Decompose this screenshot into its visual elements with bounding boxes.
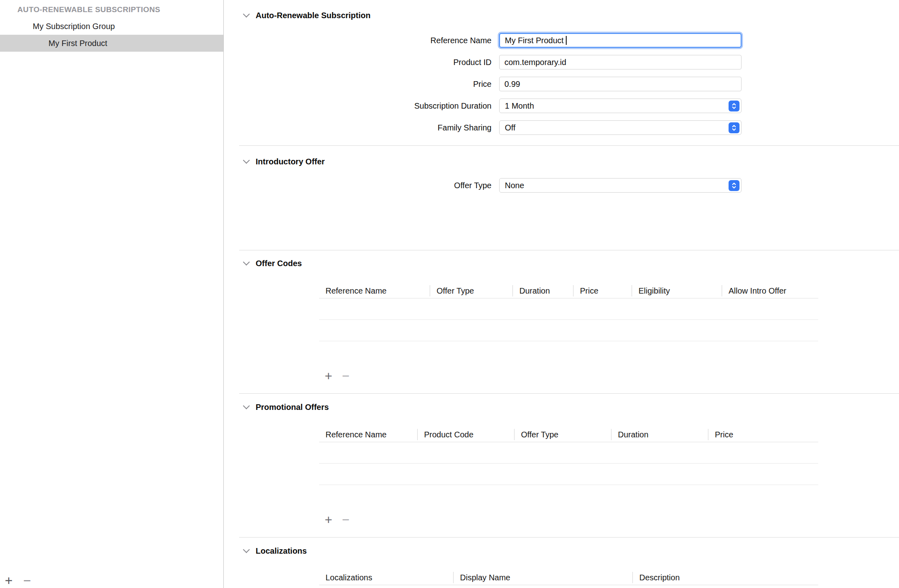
section-divider [239,537,899,538]
sidebar-item-my-first-product[interactable]: My First Product [0,35,223,52]
offer-codes-actions: + − [325,369,899,383]
section-header-introductory-offer[interactable]: Introductory Offer [224,155,899,168]
section-title: Localizations [256,546,307,556]
form-row-product-id: Product ID [224,55,899,69]
chevron-down-icon [243,403,250,410]
promotional-offers-table: Reference Name Product Code Offer Type D… [319,427,818,485]
section-title: Offer Codes [256,259,302,268]
storekit-configuration-window: AUTO-RENEWABLE SUBSCRIPTIONS My Subscrip… [0,0,899,588]
add-product-icon[interactable]: + [5,573,13,588]
popup-selected-value: 1 Month [500,101,534,111]
sidebar: AUTO-RENEWABLE SUBSCRIPTIONS My Subscrip… [0,0,224,588]
section-header-localizations[interactable]: Localizations [224,544,899,557]
introductory-offer-form: Offer Type None [224,178,899,193]
remove-offer-code-icon[interactable]: − [342,369,350,383]
subscription-form: Reference Name Product ID Price S [224,33,899,135]
column-header-reference-name[interactable]: Reference Name [319,285,430,296]
reference-name-input[interactable] [499,33,741,48]
column-header-offer-type[interactable]: Offer Type [430,285,513,296]
column-header-display-name[interactable]: Display Name [453,572,632,583]
table-row-empty [319,442,818,464]
section-header-subscription[interactable]: Auto-Renewable Subscription [224,9,899,22]
chevron-down-icon [243,546,250,553]
table-row-empty [319,320,818,341]
section-divider [239,393,899,394]
popup-chevrons-icon [729,122,739,133]
family-sharing-popup[interactable]: Off [499,120,741,135]
add-promotional-offer-icon[interactable]: + [325,512,332,527]
form-row-family-sharing: Family Sharing Off [224,120,899,135]
sidebar-item-label: My Subscription Group [33,22,115,31]
column-header-price[interactable]: Price [708,429,818,440]
subscription-duration-label: Subscription Duration [224,101,492,111]
section-divider [239,250,899,250]
sidebar-item-subscription-group[interactable]: My Subscription Group [0,18,223,35]
reference-name-label: Reference Name [224,36,492,45]
offer-type-popup[interactable]: None [499,178,741,193]
price-input-wrap [499,77,741,91]
product-id-label: Product ID [224,58,492,67]
section-title: Introductory Offer [256,157,325,166]
text-cursor [566,36,567,45]
price-label: Price [224,80,492,89]
popup-selected-value: None [500,181,524,190]
table-row-empty [319,298,818,320]
table-row-empty [319,464,818,485]
price-input[interactable] [499,77,741,91]
section-title: Promotional Offers [256,403,329,412]
promotional-offers-table-header: Reference Name Product Code Offer Type D… [319,427,818,442]
localizations-table-header: Localizations Display Name Description [319,570,818,585]
sidebar-group-header: AUTO-RENEWABLE SUBSCRIPTIONS [0,2,223,18]
sidebar-item-label: My First Product [48,39,107,48]
form-row-subscription-duration: Subscription Duration 1 Month [224,99,899,113]
localizations-table: Localizations Display Name Description [319,570,818,588]
column-header-product-code[interactable]: Product Code [417,429,514,440]
section-divider [239,145,899,146]
chevron-down-icon [243,157,250,164]
column-header-duration[interactable]: Duration [611,429,708,440]
table-row-empty [319,585,818,588]
remove-promotional-offer-icon[interactable]: − [342,512,350,527]
popup-chevrons-icon [729,101,739,111]
remove-product-icon[interactable]: − [23,573,31,588]
promotional-offers-actions: + − [325,512,899,527]
section-header-offer-codes[interactable]: Offer Codes [224,257,899,270]
column-header-reference-name[interactable]: Reference Name [319,429,417,440]
column-header-price[interactable]: Price [573,285,632,296]
reference-name-input-wrap [499,33,741,48]
offer-type-label: Offer Type [224,181,492,190]
popup-chevrons-icon [729,180,739,191]
column-header-duration[interactable]: Duration [513,285,573,296]
editor-pane: Auto-Renewable Subscription Reference Na… [224,0,899,588]
popup-selected-value: Off [500,123,515,132]
sidebar-actions: + − [5,573,31,588]
form-row-offer-type: Offer Type None [224,178,899,193]
add-offer-code-icon[interactable]: + [325,369,332,383]
form-row-price: Price [224,77,899,91]
product-id-input-wrap [499,55,741,69]
chevron-down-icon [243,259,250,266]
chevron-down-icon [243,11,250,18]
column-header-eligibility[interactable]: Eligibility [632,285,722,296]
column-header-allow-intro-offer[interactable]: Allow Intro Offer [722,285,818,296]
offer-codes-table-header: Reference Name Offer Type Duration Price… [319,283,818,298]
column-header-offer-type[interactable]: Offer Type [514,429,611,440]
family-sharing-label: Family Sharing [224,123,492,132]
section-title: Auto-Renewable Subscription [256,11,370,20]
offer-codes-table: Reference Name Offer Type Duration Price… [319,283,818,341]
section-header-promotional-offers[interactable]: Promotional Offers [224,401,899,414]
column-header-localizations[interactable]: Localizations [319,572,453,583]
column-header-description[interactable]: Description [632,572,818,583]
product-id-input[interactable] [499,55,741,69]
subscription-duration-popup[interactable]: 1 Month [499,99,741,113]
form-row-reference-name: Reference Name [224,33,899,48]
